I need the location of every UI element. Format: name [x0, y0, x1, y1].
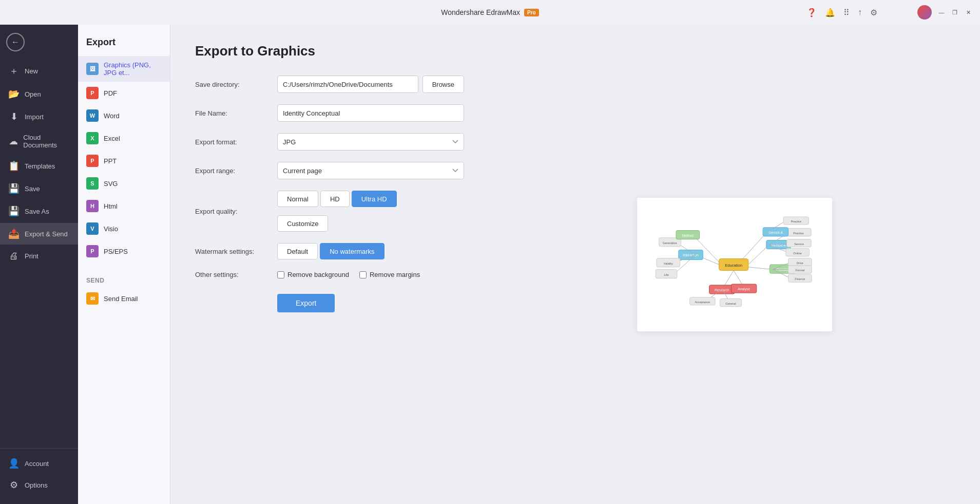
- svg-text:Practice: Practice: [791, 220, 801, 223]
- sidebar-item-label: Account: [25, 460, 49, 468]
- format-label: Html: [104, 202, 118, 210]
- sidebar-item-new[interactable]: ＋ New: [0, 60, 78, 82]
- help-icon[interactable]: ❓: [806, 8, 817, 17]
- send-section: Send ✉ Send Email: [78, 271, 170, 310]
- format-item-visio[interactable]: V Visio: [78, 217, 170, 240]
- format-item-word[interactable]: W Word: [78, 104, 170, 127]
- titlebar-icons: ❓ 🔔 ⠿ ↑ ⚙: [806, 8, 877, 17]
- sidebar-item-label: Print: [25, 252, 39, 260]
- pseps-icon: P: [86, 245, 99, 257]
- sidebar-item-save[interactable]: 💾 Save: [0, 178, 78, 199]
- sidebar-item-label: Options: [25, 481, 48, 489]
- pro-badge: Pro: [524, 9, 539, 16]
- export-format-select[interactable]: JPG PNG BMP SVG: [277, 133, 464, 151]
- email-icon: ✉: [86, 292, 99, 305]
- quality-hd-button[interactable]: HD: [320, 191, 350, 207]
- format-item-excel[interactable]: X Excel: [78, 127, 170, 150]
- format-item-svg[interactable]: S SVG: [78, 172, 170, 195]
- watermark-none-button[interactable]: No watermarks: [320, 243, 384, 259]
- templates-icon: 📋: [8, 160, 20, 172]
- quality-normal-button[interactable]: Normal: [277, 191, 318, 207]
- sidebar-item-cloud[interactable]: ☁ Cloud Documents: [0, 128, 78, 154]
- export-main: Export to Graphics Save directory: Brows…: [170, 25, 980, 504]
- svg-line-53: [742, 233, 766, 259]
- watermark-label: Watermark settings:: [195, 248, 277, 255]
- svg-text:Service: Service: [794, 242, 803, 246]
- watermark-control: Default No watermarks: [277, 243, 464, 259]
- sidebar-item-print[interactable]: 🖨 Print: [0, 246, 78, 267]
- export-form-title: Export to Graphics: [195, 43, 464, 59]
- format-item-ppt[interactable]: P PPT: [78, 150, 170, 172]
- svg-line-17: [748, 245, 768, 265]
- user-avatar[interactable]: [917, 5, 932, 20]
- sidebar-nav: ＋ New 📂 Open ⬇ Import ☁ Cloud Documents …: [0, 55, 78, 448]
- format-label: PDF: [104, 89, 117, 97]
- watermark-row: Watermark settings: Default No watermark…: [195, 243, 464, 259]
- svg-text:Generative: Generative: [662, 241, 677, 245]
- other-settings-row: Other settings: Remove background Remove…: [195, 271, 464, 278]
- sidebar-item-account[interactable]: 👤 Account: [0, 453, 78, 474]
- sidebar-item-label: New: [25, 67, 38, 75]
- export-range-select[interactable]: Current page All pages Selected region: [277, 162, 464, 179]
- sidebar-item-options[interactable]: ⚙ Options: [0, 474, 78, 496]
- file-name-input[interactable]: [277, 104, 464, 122]
- sidebar: ← ＋ New 📂 Open ⬇ Import ☁ Cloud Document…: [0, 25, 78, 504]
- watermark-default-button[interactable]: Default: [277, 243, 318, 259]
- sidebar-bottom: 👤 Account ⚙ Options: [0, 448, 78, 500]
- panel-title: Export: [78, 25, 170, 56]
- svg-text:Finance: Finance: [795, 277, 805, 281]
- remove-margins-text: Remove margins: [370, 271, 420, 278]
- send-email-item[interactable]: ✉ Send Email: [78, 287, 170, 310]
- svg-text:Service A: Service A: [768, 231, 783, 234]
- sidebar-item-export[interactable]: 📤 Export & Send: [0, 223, 78, 245]
- back-button[interactable]: ←: [6, 33, 25, 51]
- visio-icon: V: [86, 222, 99, 235]
- export-quality-row: Export quality: Normal HD Ultra HD Custo…: [195, 191, 464, 232]
- format-label: PS/EPS: [104, 248, 128, 255]
- open-icon: 📂: [8, 88, 20, 100]
- export-button[interactable]: Export: [277, 294, 335, 312]
- sidebar-item-open[interactable]: 📂 Open: [0, 83, 78, 105]
- browse-button[interactable]: Browse: [422, 76, 464, 93]
- checkbox-group: Remove background Remove margins: [277, 271, 420, 278]
- preview-area: Education Interaction Generative Validit…: [489, 25, 980, 504]
- maximize-button[interactable]: ❐: [951, 9, 958, 16]
- remove-background-checkbox[interactable]: [277, 271, 284, 278]
- export-format-label: Export format:: [195, 138, 277, 146]
- format-label: Word: [104, 112, 120, 120]
- sidebar-item-templates[interactable]: 📋 Templates: [0, 155, 78, 177]
- export-range-row: Export range: Current page All pages Sel…: [195, 162, 464, 179]
- send-email-label: Send Email: [104, 295, 138, 303]
- share-icon[interactable]: ↑: [858, 8, 862, 17]
- format-item-graphics[interactable]: 🖼 Graphics (PNG, JPG et...: [78, 56, 170, 82]
- customize-button[interactable]: Customize: [277, 215, 328, 232]
- apps-icon[interactable]: ⠿: [843, 8, 850, 17]
- format-item-pdf[interactable]: P PDF: [78, 82, 170, 104]
- export-icon: 📤: [8, 228, 20, 239]
- remove-background-label[interactable]: Remove background: [277, 271, 349, 278]
- titlebar: Wondershare EdrawMax Pro ❓ 🔔 ⠿ ↑ ⚙ — ❐ ✕: [0, 0, 980, 25]
- save-directory-input[interactable]: [277, 76, 418, 93]
- notification-icon[interactable]: 🔔: [825, 8, 835, 17]
- quality-ultra-button[interactable]: Ultra HD: [352, 191, 397, 207]
- excel-icon: X: [86, 132, 99, 144]
- sidebar-item-import[interactable]: ⬇ Import: [0, 106, 78, 127]
- sidebar-item-label: Save As: [25, 208, 49, 215]
- preview-box: Education Interaction Generative Validit…: [637, 198, 832, 331]
- format-item-html[interactable]: H Html: [78, 195, 170, 217]
- remove-margins-label[interactable]: Remove margins: [359, 271, 420, 278]
- format-item-pseps[interactable]: P PS/EPS: [78, 240, 170, 263]
- svg-text:Online: Online: [793, 252, 801, 255]
- graphics-icon: 🖼: [86, 63, 99, 75]
- svg-text:Research: Research: [715, 288, 729, 292]
- svg-text:Validity: Validity: [663, 262, 672, 265]
- close-button[interactable]: ✕: [965, 9, 972, 16]
- sidebar-item-saveas[interactable]: 💾 Save As: [0, 200, 78, 222]
- middle-panel: Export 🖼 Graphics (PNG, JPG et... P PDF …: [78, 25, 170, 504]
- minimize-button[interactable]: —: [938, 9, 945, 16]
- settings-icon[interactable]: ⚙: [870, 8, 877, 17]
- word-icon: W: [86, 109, 99, 122]
- export-format-row: Export format: JPG PNG BMP SVG: [195, 133, 464, 151]
- remove-margins-checkbox[interactable]: [359, 271, 367, 278]
- svg-text:Practice: Practice: [793, 232, 804, 235]
